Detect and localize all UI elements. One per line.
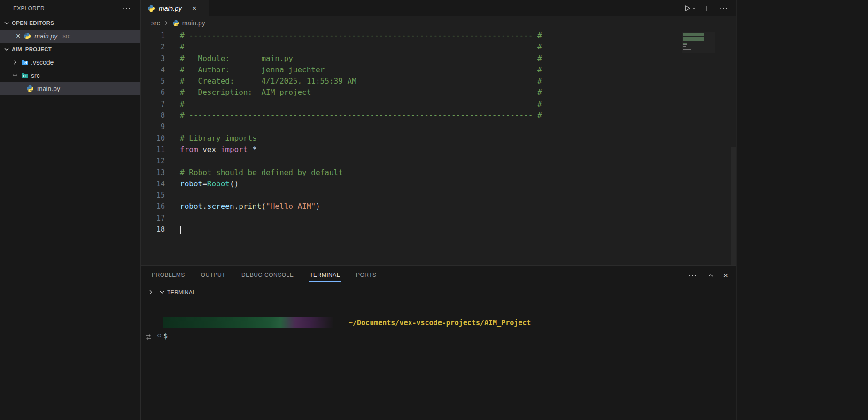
open-editors-label: OPEN EDITORS: [12, 20, 54, 26]
breadcrumb: src main.py: [141, 16, 736, 30]
code-line[interactable]: 16robot.screen.print("Hello AIM"): [141, 201, 680, 212]
tree-item-label: src: [31, 72, 40, 79]
panel-tab-debug-console[interactable]: DEBUG CONSOLE: [241, 270, 294, 282]
code-line[interactable]: 7# #: [141, 99, 680, 110]
secondary-sidebar: [736, 0, 868, 420]
command-decoration-icon[interactable]: [157, 334, 161, 337]
terminal-prompt-symbol: $: [163, 332, 168, 340]
editor-actions: [683, 0, 730, 16]
editor-more-actions-icon[interactable]: [717, 6, 730, 11]
panel-close-icon[interactable]: ×: [723, 272, 728, 279]
line-number: 12: [141, 155, 180, 167]
code-line[interactable]: 12: [141, 155, 680, 167]
line-number: 18: [141, 224, 180, 235]
line-number: 14: [141, 178, 180, 190]
close-icon[interactable]: ×: [16, 33, 20, 39]
terminal-switch-icon[interactable]: [145, 333, 152, 341]
explorer-header: EXPLORER: [0, 0, 140, 16]
panel-actions: ×: [686, 266, 728, 285]
chevron-right-icon: [163, 20, 170, 26]
terminal-prompt-line: ~/Documents/vex-vscode-projects/AIM_Proj…: [163, 317, 736, 328]
line-number: 13: [141, 167, 180, 178]
code-line[interactable]: 6# Description: AIM project #: [141, 87, 680, 98]
line-number: 3: [141, 53, 180, 64]
panel-maximize-icon[interactable]: [707, 272, 714, 279]
breadcrumb-folder[interactable]: src: [151, 19, 160, 27]
code-line[interactable]: 3# Module: main.py #: [141, 53, 680, 64]
code-editor[interactable]: 1# -------------------------------------…: [141, 30, 736, 265]
vscode-folder-icon: [21, 59, 29, 66]
code-line[interactable]: 10# Library imports: [141, 133, 680, 144]
tree-item-label: .vscode: [31, 59, 54, 66]
python-file-icon: [147, 5, 155, 12]
editor-scrollbar[interactable]: [731, 147, 736, 278]
minimap[interactable]: [682, 32, 715, 53]
code-line[interactable]: 11from vex import *: [141, 144, 680, 155]
prompt-segment-bar: [163, 317, 347, 328]
panel-tab-ports[interactable]: PORTS: [356, 270, 377, 282]
code-line[interactable]: 13# Robot should be defined by default: [141, 167, 680, 178]
terminal-input-line[interactable]: $: [163, 332, 736, 340]
open-editor-file-name: main.py: [34, 32, 57, 40]
panel-tab-problems[interactable]: PROBLEMS: [151, 270, 186, 282]
code-line[interactable]: 5# Created: 4/1/2025, 11:55:39 AM #: [141, 76, 680, 87]
explorer-title: EXPLORER: [13, 5, 120, 12]
open-editors-section-header[interactable]: OPEN EDITORS: [0, 16, 140, 30]
code-line[interactable]: 9: [141, 121, 680, 132]
chevron-right-icon: [11, 59, 19, 66]
line-number: 7: [141, 99, 180, 110]
tree-item-main-py[interactable]: main.py: [0, 82, 140, 95]
chevron-down-icon: [11, 72, 19, 79]
tree-item-vscode-folder[interactable]: .vscode: [0, 56, 140, 69]
project-section-header[interactable]: AIM_PROJECT: [0, 43, 140, 56]
panel-tab-output[interactable]: OUTPUT: [201, 270, 226, 282]
explorer-sidebar: EXPLORER OPEN EDITORS × main.py sr: [0, 0, 141, 420]
text-cursor: [180, 226, 181, 234]
terminal-header: TERMINAL: [141, 285, 736, 299]
editor-tab-bar: main.py ×: [141, 0, 736, 16]
terminal-section-label: TERMINAL: [167, 290, 196, 295]
python-file-icon: [172, 20, 179, 27]
split-editor-icon[interactable]: [703, 5, 711, 12]
src-folder-icon: [21, 72, 29, 79]
terminal-output[interactable]: ~/Documents/vex-vscode-projects/AIM_Proj…: [141, 299, 736, 340]
terminal-section-toggle[interactable]: TERMINAL: [158, 289, 196, 296]
code-line[interactable]: 15: [141, 190, 680, 201]
chevron-down-icon: [3, 19, 10, 27]
tab-label: main.py: [159, 5, 182, 12]
line-number: 5: [141, 76, 180, 87]
line-number: 4: [141, 64, 180, 76]
line-number: 11: [141, 144, 180, 155]
tree-item-src-folder[interactable]: src: [0, 69, 140, 82]
line-number: 1: [141, 30, 180, 41]
python-file-icon: [26, 85, 34, 92]
run-button[interactable]: [683, 4, 697, 12]
panel-more-actions-icon[interactable]: [686, 273, 699, 278]
chevron-down-icon: [3, 46, 10, 53]
line-number: 6: [141, 87, 180, 98]
line-number: 8: [141, 110, 180, 121]
code-line[interactable]: 2# #: [141, 41, 680, 53]
chevron-right-icon[interactable]: [147, 289, 155, 296]
explorer-more-actions-icon[interactable]: [120, 6, 133, 11]
vscode-window: EXPLORER OPEN EDITORS × main.py sr: [0, 0, 868, 420]
line-number: 15: [141, 190, 180, 201]
code-line[interactable]: 1# -------------------------------------…: [141, 30, 680, 41]
code-line[interactable]: 17: [141, 213, 680, 224]
project-name-label: AIM_PROJECT: [12, 46, 52, 52]
panel-tab-bar: PROBLEMS OUTPUT DEBUG CONSOLE TERMINAL P…: [141, 266, 736, 285]
tab-close-icon[interactable]: ×: [192, 5, 196, 12]
run-dropdown-chevron-icon: [691, 6, 697, 11]
code-line[interactable]: 18: [141, 224, 680, 235]
line-number: 9: [141, 121, 180, 132]
chevron-down-icon: [158, 289, 166, 296]
panel-tab-terminal[interactable]: TERMINAL: [309, 270, 341, 282]
open-editor-item-main-py[interactable]: × main.py src: [0, 30, 140, 43]
line-number: 10: [141, 133, 180, 144]
code-line[interactable]: 4# Author: jenna_juechter #: [141, 64, 680, 76]
code-line[interactable]: 14robot=Robot(): [141, 178, 680, 190]
breadcrumb-file[interactable]: main.py: [182, 19, 205, 27]
code-line[interactable]: 8# -------------------------------------…: [141, 110, 680, 121]
tab-main-py[interactable]: main.py ×: [141, 0, 209, 16]
code-lines: 1# -------------------------------------…: [141, 30, 680, 235]
